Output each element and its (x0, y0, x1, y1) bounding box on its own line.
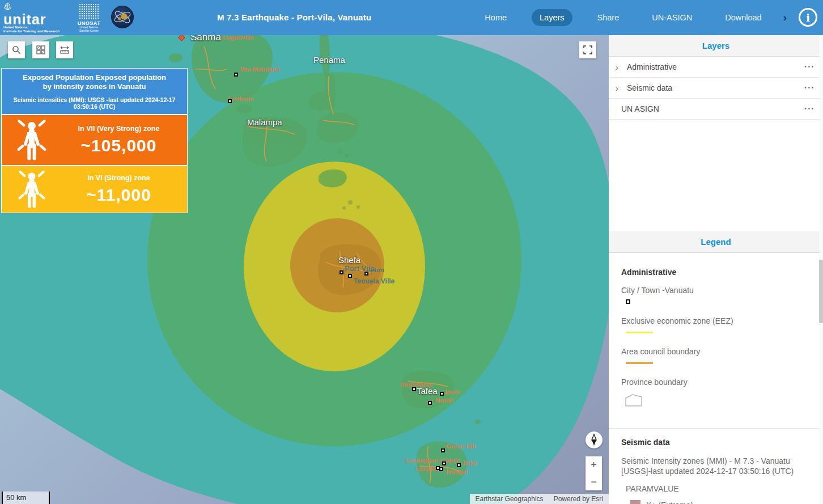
exposed-person-icon (7, 169, 56, 210)
eez-line-symbol (626, 332, 653, 333)
map-label-lounapkao: Lounapkao Laqule (405, 457, 460, 464)
infobox-title-line1: Exposed Population Exposed population (7, 73, 181, 82)
zone-vi-value: ~11,000 (56, 185, 181, 205)
city-marker[interactable] (440, 392, 444, 396)
city-marker[interactable] (234, 73, 238, 77)
fullscreen-icon (583, 45, 592, 54)
legend-entry-eez: Exclusive economic zone (EEZ) (621, 316, 812, 325)
unosat-logo[interactable]: UNOSAT United Nations Satellite Centre (74, 2, 104, 32)
map-label-luganville: Luganville (223, 35, 253, 41)
city-town-symbol (626, 299, 630, 304)
city-marker[interactable] (364, 272, 368, 276)
zoom-control: + − (586, 456, 602, 490)
nav-item-share[interactable]: Share (589, 9, 627, 26)
legend-entry-area-council: Area council boundary (621, 347, 812, 356)
un-emblem-icon (3, 2, 12, 11)
city-marker[interactable] (428, 401, 432, 405)
city-marker[interactable] (412, 387, 416, 391)
extreme-label: X+ (Extreme) (646, 501, 693, 504)
zone-vi-label: In VI (Strong) zone (56, 174, 181, 182)
zoom-in-button[interactable]: + (586, 456, 602, 473)
seismic-layer-description: Seismic Intensity zones (MMI) - M 7.3 - … (621, 456, 812, 476)
right-panel: Layers › Administrative ••• › Seismic da… (609, 35, 823, 504)
city-marker[interactable] (340, 270, 343, 274)
city-marker[interactable] (442, 461, 446, 465)
province-boundary-symbol (625, 393, 643, 407)
attribution-powered-by[interactable]: Powered by Esri (554, 495, 603, 503)
map-label-malampa: Malampa (247, 117, 282, 127)
city-marker[interactable] (457, 463, 461, 467)
legend-entry-extreme: X+ (Extreme) (630, 500, 812, 504)
scale-bar: 50 km (2, 492, 50, 504)
zone-vii-row: In VII (Very Strong) zone ~105,000 (2, 115, 187, 166)
unitar-subtitle-2: Institute for Training and Research (3, 29, 67, 33)
layer-row-administrative[interactable]: › Administrative ••• (609, 57, 823, 78)
nav-item-home[interactable]: Home (477, 9, 515, 26)
nav-item-un-asign[interactable]: UN-ASIGN (644, 9, 700, 26)
search-button[interactable] (8, 41, 25, 58)
nav-item-download[interactable]: Download (717, 9, 770, 26)
compass-needle-icon (590, 434, 598, 446)
layers-panel-title: Layers (702, 41, 729, 50)
unitar-logo[interactable]: unitar United Nations Institute for Trai… (3, 2, 67, 33)
map-label-isangel: Isangel (446, 468, 468, 475)
map-label-penama: Penama (313, 55, 345, 65)
map-label-shefa: Shefa (338, 255, 360, 265)
fullscreen-button[interactable] (579, 41, 596, 58)
zoom-out-button[interactable]: − (586, 473, 602, 490)
legend-body: Administrative City / Town -Vanuatu Excl… (609, 253, 823, 504)
attribution-source: Earthstar Geographics (476, 495, 544, 503)
legend-divider (609, 428, 823, 429)
map-label-unpongkor: Unpongkor (400, 381, 433, 388)
chevron-right-icon[interactable]: › (616, 62, 626, 72)
layer-options-icon[interactable]: ••• (805, 106, 815, 112)
map-label-eton: Eton (370, 266, 384, 273)
param-label: PARAMVALUE (626, 484, 812, 493)
logo-group: unitar United Nations Institute for Trai… (3, 2, 134, 33)
infobox-subtitle: Seismic intensities (MMI): USGS -last up… (7, 96, 181, 110)
nav-item-layers[interactable]: Layers (532, 9, 572, 26)
map-label-norah: Norah (435, 397, 453, 404)
chevron-right-icon[interactable]: › (616, 83, 626, 93)
unosat-dots-icon (79, 3, 99, 19)
scrollbar-thumb[interactable] (819, 260, 823, 323)
map-label-vao-mainland: Vao Mainland (240, 66, 279, 73)
compass-button[interactable] (586, 431, 603, 448)
area-council-line-symbol (626, 362, 653, 364)
infobox-title-line2: by intensity zones in Vanuatu (7, 82, 181, 91)
layer-label: UN ASIGN (616, 104, 805, 113)
top-header: unitar United Nations Institute for Trai… (0, 0, 823, 35)
map-attribution: Earthstar Geographics Powered by Esri (470, 494, 609, 504)
layer-row-un-asign[interactable]: UN ASIGN ••• (609, 99, 823, 120)
globe-logo[interactable] (111, 6, 134, 28)
panel-scrollbar[interactable] (819, 35, 823, 504)
basemap-gallery-button[interactable] (32, 41, 49, 58)
search-icon (12, 45, 21, 54)
layer-options-icon[interactable]: ••• (805, 64, 815, 70)
layer-row-seismic-data[interactable]: › Seismic data ••• (609, 78, 823, 99)
globe-icon (112, 6, 133, 28)
city-marker[interactable] (228, 99, 232, 103)
city-marker[interactable] (348, 274, 352, 278)
main-nav: Home Layers Share UN-ASIGN Download › (477, 0, 787, 35)
nav-more-chevron-icon[interactable]: › (783, 11, 787, 24)
map-label-leviama: Leviama (228, 95, 253, 102)
unitar-wordmark: unitar (3, 13, 67, 26)
layers-panel-header: Layers (609, 35, 823, 57)
map-label-sanma: Sanma (190, 35, 221, 43)
layer-options-icon[interactable]: ••• (805, 85, 815, 91)
zone-vii-label: In VII (Very Strong) zone (56, 125, 181, 133)
map-label-lenakel: Lénakel (415, 465, 439, 472)
layer-label: Seismic data (626, 83, 805, 92)
zone-vii-value: ~105,000 (56, 136, 181, 155)
legend-panel-header: Legend (609, 231, 823, 253)
info-icon[interactable]: i (799, 8, 817, 27)
exposed-person-icon (7, 118, 56, 162)
city-marker[interactable] (439, 467, 443, 471)
measure-icon (60, 45, 70, 54)
map-label-ikikil: Ikikil (463, 460, 477, 467)
map-label-green-hill: Green Hill (446, 443, 476, 450)
city-marker[interactable] (441, 448, 445, 452)
unosat-subtitle-2: Satellite Centre (74, 29, 104, 33)
measure-button[interactable] (56, 41, 73, 58)
